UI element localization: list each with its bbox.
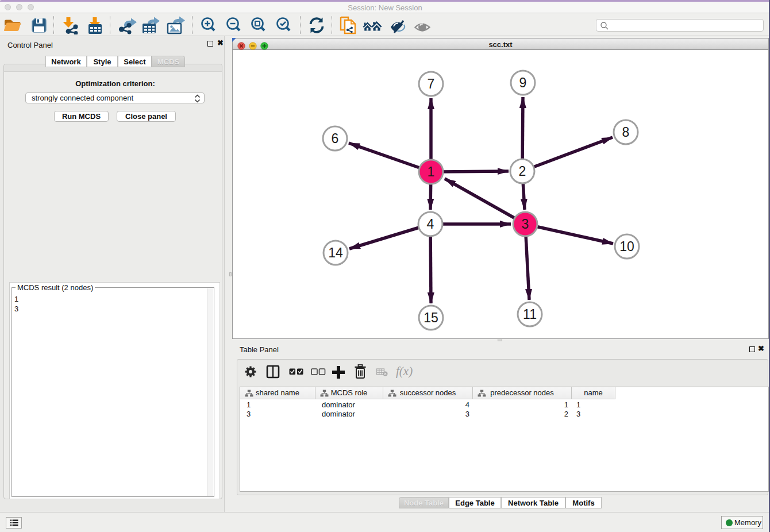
svg-text:6: 6 (332, 131, 339, 146)
svg-text:4: 4 (427, 217, 434, 232)
svg-text:14: 14 (328, 245, 343, 260)
svg-text:8: 8 (622, 125, 630, 140)
svg-text:2: 2 (519, 164, 526, 179)
svg-text:11: 11 (523, 307, 537, 322)
svg-text:15: 15 (424, 310, 438, 325)
svg-text:9: 9 (519, 75, 527, 90)
svg-text:7: 7 (428, 76, 435, 91)
svg-text:1: 1 (428, 164, 435, 179)
svg-text:3: 3 (522, 217, 529, 232)
svg-text:10: 10 (619, 239, 634, 254)
